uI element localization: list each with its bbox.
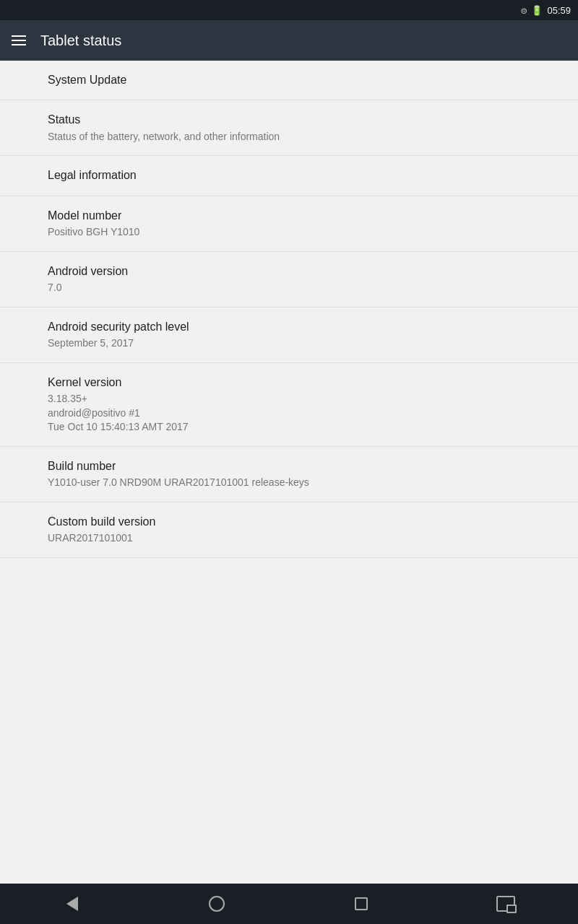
list-item-title-custom-build-version: Custom build version <box>48 514 530 530</box>
list-item-subtitle-status: Status of the battery, network, and othe… <box>48 130 530 144</box>
list-item-title-android-version: Android version <box>48 263 530 279</box>
page-title: Tablet status <box>40 32 121 49</box>
list-item-android-version[interactable]: Android version7.0 <box>0 252 578 308</box>
list-item-system-update[interactable]: System Update <box>0 61 578 100</box>
screenshot-button[interactable] <box>484 889 527 918</box>
list-item-subtitle-android-version: 7.0 <box>48 281 530 295</box>
list-item-title-build-number: Build number <box>48 458 530 474</box>
screenshot-icon <box>496 896 515 912</box>
list-item-title-legal-information: Legal information <box>48 167 530 183</box>
list-item-legal-information[interactable]: Legal information <box>0 156 578 196</box>
back-arrow-icon <box>66 897 78 911</box>
list-item-android-security-patch-level[interactable]: Android security patch levelSeptember 5,… <box>0 308 578 363</box>
list-item-status[interactable]: StatusStatus of the battery, network, an… <box>0 100 578 156</box>
home-button[interactable] <box>195 889 238 918</box>
list-item-title-model-number: Model number <box>48 208 530 224</box>
content-area: System UpdateStatusStatus of the battery… <box>0 61 578 884</box>
list-item-subtitle-build-number: Y1010-user 7.0 NRD90M URAR2017101001 rel… <box>48 476 530 490</box>
list-item-subtitle-kernel-version: 3.18.35+ android@positivo #1 Tue Oct 10 … <box>48 392 530 435</box>
nav-bar <box>0 884 578 924</box>
home-icon <box>209 896 225 912</box>
recents-icon <box>355 897 368 910</box>
status-bar: ⌾ 🔋 05:59 <box>0 0 578 20</box>
list-item-subtitle-android-security-patch-level: September 5, 2017 <box>48 336 530 351</box>
battery-icon: 🔋 <box>531 5 543 16</box>
list-item-model-number[interactable]: Model numberPositivo BGH Y1010 <box>0 196 578 252</box>
wifi-icon: ⌾ <box>521 4 527 16</box>
menu-icon[interactable] <box>12 35 26 45</box>
list-item-custom-build-version[interactable]: Custom build versionURAR2017101001 <box>0 502 578 558</box>
status-bar-icons: ⌾ 🔋 05:59 <box>521 4 571 16</box>
list-item-kernel-version[interactable]: Kernel version3.18.35+ android@positivo … <box>0 363 578 447</box>
list-item-title-system-update: System Update <box>48 72 530 88</box>
back-button[interactable] <box>51 889 94 918</box>
status-time: 05:59 <box>547 5 571 16</box>
list-item-build-number[interactable]: Build numberY1010-user 7.0 NRD90M URAR20… <box>0 447 578 502</box>
list-item-title-android-security-patch-level: Android security patch level <box>48 319 530 335</box>
app-bar: Tablet status <box>0 20 578 61</box>
list-item-title-kernel-version: Kernel version <box>48 375 530 391</box>
list-item-subtitle-model-number: Positivo BGH Y1010 <box>48 225 530 240</box>
recents-button[interactable] <box>340 889 383 918</box>
list-item-subtitle-custom-build-version: URAR2017101001 <box>48 531 530 546</box>
list-item-title-status: Status <box>48 112 530 128</box>
